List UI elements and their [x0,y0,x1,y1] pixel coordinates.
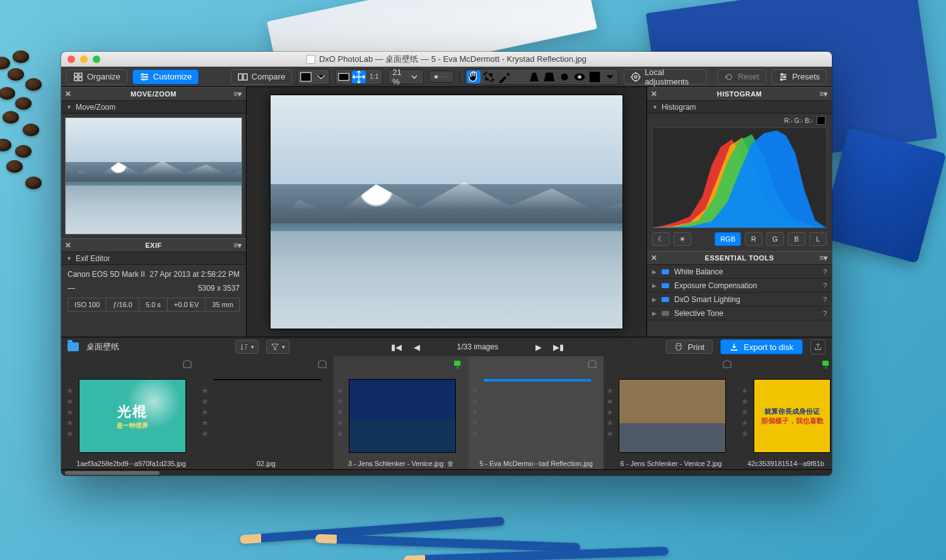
histogram-panel-header: ✕ HISTOGRAM ≡▾ [647,87,832,101]
channel-r[interactable]: R [745,232,762,246]
minimize-button[interactable] [80,55,88,63]
rating-stars[interactable]: ★★★★★ [201,387,209,438]
presets-icon [778,72,788,82]
tool-exposure-compensation[interactable]: ▶Exposure Compensation? [647,279,832,293]
tool-selective-tone[interactable]: ▶Selective Tone? [647,306,832,320]
rating-stars[interactable]: ★★★★★ [471,387,479,438]
fullscreen-button[interactable] [93,55,100,63]
svg-point-14 [632,73,639,81]
svg-rect-19 [454,361,460,366]
local-adjustments-button[interactable]: Local adjustments [624,69,707,85]
fit-icon[interactable] [337,71,351,83]
reset-button[interactable]: Reset [717,69,766,85]
compare-button[interactable]: Compare [231,69,292,85]
next-image-icon[interactable]: ▶ [532,341,545,353]
exif-chips: ISO 100 ƒ/16.0 5.0 s +0.0 EV 35 mm [67,298,240,312]
tool-white-balance[interactable]: ▶White Balance? [647,265,832,279]
zoom-percentage[interactable]: 21 % [388,69,424,85]
undo-icon [724,72,734,82]
highlight-clip-icon[interactable]: ☀ [674,232,691,246]
svg-point-11 [578,75,581,79]
navigator-thumbnail[interactable] [65,117,242,235]
channel-b[interactable]: B [788,232,805,246]
rating-stars[interactable]: ★★★★★ [66,387,74,438]
thumbnail-cell[interactable]: ★★★★★ 3 - Jens Schlenker - Venice.jpg🗑 [334,356,469,469]
repair-tool-icon[interactable] [558,71,571,83]
folder-icon[interactable] [67,342,79,351]
share-button[interactable] [810,339,826,354]
histogram-subheader[interactable]: ▼Histogram [647,101,832,114]
horizontal-scrollbar[interactable] [61,469,832,475]
tool-smart-lighting[interactable]: ▶DxO Smart Lighting? [647,293,832,306]
close-button[interactable] [67,55,75,63]
close-icon[interactable]: ✕ [651,254,658,262]
thumbnail-cell-selected[interactable]: ★★★★★ 5 - Eva McDermo···tad Reflection.j… [469,356,604,469]
local-dropdown-icon[interactable] [603,71,617,83]
exif-subheader[interactable]: ▼Exif Editor [61,252,246,265]
rating-stars[interactable]: ★★★★★ [606,387,614,438]
organize-button[interactable]: Organize [66,69,127,85]
panel-menu-icon[interactable]: ≡▾ [819,254,828,262]
channel-g[interactable]: G [766,232,784,246]
close-icon[interactable]: ✕ [65,241,72,250]
rating-stars[interactable]: ★★★★★ [336,387,344,438]
print-button[interactable]: Print [666,340,713,354]
rating-stars[interactable]: ★★★★★ [741,387,749,438]
window-title: DxO PhotoLab — 桌面壁纸 — 5 - Eva McDermott … [61,54,832,65]
trash-icon[interactable]: 🗑 [447,460,454,467]
eyedropper-tool-icon[interactable] [497,71,511,83]
first-image-icon[interactable]: ▮◀ [390,341,403,353]
exif-lens: — [67,284,75,293]
app-window: DxO PhotoLab — 桌面壁纸 — 5 - Eva McDermott … [61,52,832,475]
export-button[interactable]: Export to disk [720,339,803,354]
thumbnail-cell[interactable]: ★★★★★ 02.jpg [199,356,334,469]
channel-l[interactable]: L [809,232,827,246]
customize-button[interactable]: Customize [132,69,199,85]
perspective-tool-icon[interactable] [527,71,541,83]
filter-button[interactable]: ▾ [266,340,289,354]
shadow-clip-icon[interactable]: ☾ [652,232,670,246]
grid-icon [73,72,83,82]
movezoom-subheader[interactable]: ▼Move/Zoom [61,101,246,114]
thumbnail-label: 02.jpg [199,458,334,469]
keystone-tool-icon[interactable] [542,71,556,83]
movezoom-panel-header: ✕ MOVE/ZOOM ≡▾ [61,87,246,101]
zoom-slider[interactable] [429,71,454,83]
channel-rgb[interactable]: RGB [715,232,741,246]
thumbnail-label: 3 - Jens Schlenker - Venice.jpg [348,460,444,467]
hand-tool-icon[interactable] [467,71,481,83]
sort-button[interactable]: ▾ [235,340,259,354]
presets-button[interactable]: Presets [771,69,827,85]
titlebar: DxO PhotoLab — 桌面壁纸 — 5 - Eva McDermott … [61,52,832,67]
panel-menu-icon[interactable]: ≡▾ [233,90,242,98]
svg-point-18 [780,78,782,80]
folder-name: 桌面壁纸 [86,341,119,353]
svg-point-8 [435,75,438,78]
close-icon[interactable]: ✕ [651,90,658,98]
zoom-11[interactable]: 1:1 [367,71,381,83]
last-image-icon[interactable]: ▶▮ [552,341,565,353]
move-tool-icon[interactable] [352,71,366,83]
layout-toggle[interactable] [297,69,330,85]
exif-dimensions: 5309 x 3537 [198,284,240,293]
horizon-tool-icon[interactable] [512,71,526,83]
single-view-icon[interactable] [299,71,313,83]
panel-menu-icon[interactable]: ≡▾ [233,241,242,250]
image-viewer[interactable]: © EVA McDERMOTT [247,87,646,337]
close-icon[interactable]: ✕ [65,90,72,98]
redeye-tool-icon[interactable] [573,71,587,83]
thumbnail-cell[interactable]: ★★★★★ 6 - Jens Schlenker - Venice 2.jpg [604,356,739,469]
prev-image-icon[interactable]: ◀ [411,341,423,353]
color-swatch [817,116,826,125]
crop-tool-icon[interactable] [482,71,496,83]
mask-tool-icon[interactable] [588,71,602,83]
exif-camera: Canon EOS 5D Mark II [67,270,145,279]
thumbnail-cell[interactable]: ★★★★★ 就算你長成身份证那個樣子，我也喜歡 42c3539181514···… [739,356,832,469]
svg-rect-4 [243,74,247,80]
thumbnail-label: 42c3539181514···a9f81b [739,458,832,469]
exif-datetime: 27 Apr 2013 at 2:58:22 PM [149,270,240,279]
panel-menu-icon[interactable]: ≡▾ [819,90,828,98]
dropdown-icon[interactable] [314,71,328,83]
svg-point-15 [634,76,637,78]
thumbnail-cell[interactable]: ★★★★★ 光棍是一种境界 1aef3a258e2bd9···a970fa1d2… [64,356,199,469]
